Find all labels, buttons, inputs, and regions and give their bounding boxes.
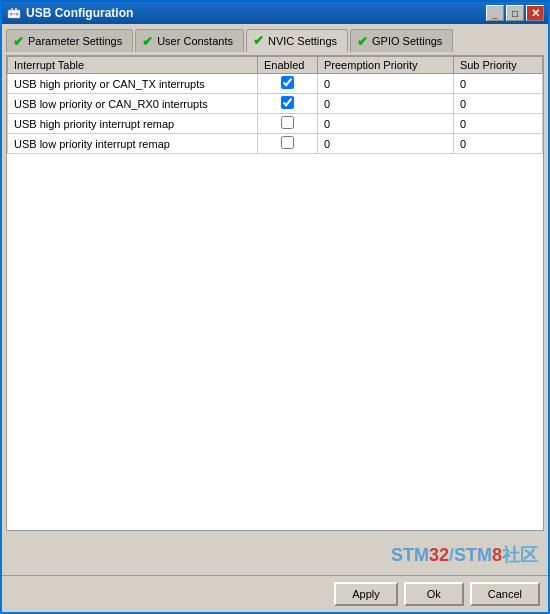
gpio-check-icon: ✔ xyxy=(357,34,368,49)
watermark-area: STM32/STM8社区 xyxy=(2,535,548,575)
tab-user-label: User Constants xyxy=(157,35,233,47)
interrupt-name-2: USB high priority interrupt remap xyxy=(8,114,258,134)
svg-rect-2 xyxy=(15,8,17,11)
param-check-icon: ✔ xyxy=(13,34,24,49)
tab-nvic[interactable]: ✔NVIC Settings xyxy=(246,29,348,52)
tab-gpio-label: GPIO Settings xyxy=(372,35,442,47)
window: USB Configuration _ □ ✕ ✔Parameter Setti… xyxy=(0,0,550,614)
enabled-cell-3 xyxy=(258,134,318,154)
tab-nvic-label: NVIC Settings xyxy=(268,35,337,47)
cancel-button[interactable]: Cancel xyxy=(470,582,540,606)
user-check-icon: ✔ xyxy=(142,34,153,49)
button-bar: Apply Ok Cancel xyxy=(2,575,548,612)
window-icon xyxy=(6,5,22,21)
maximize-button[interactable]: □ xyxy=(506,5,524,21)
table-row: USB low priority or CAN_RX0 interrupts00 xyxy=(8,94,543,114)
enabled-checkbox-1[interactable] xyxy=(281,96,294,109)
interrupt-table-container: Interrupt TableEnabledPreemption Priorit… xyxy=(6,55,544,531)
ok-button[interactable]: Ok xyxy=(404,582,464,606)
tabs-area: ✔Parameter Settings✔User Constants✔NVIC … xyxy=(2,24,548,51)
interrupt-name-1: USB low priority or CAN_RX0 interrupts xyxy=(8,94,258,114)
sub-priority-0: 0 xyxy=(453,74,542,94)
table-header-row: Interrupt TableEnabledPreemption Priorit… xyxy=(8,57,543,74)
enabled-cell-1 xyxy=(258,94,318,114)
preemption-1: 0 xyxy=(318,94,454,114)
watermark-32: 32 xyxy=(429,545,449,565)
sub-priority-1: 0 xyxy=(453,94,542,114)
sub-priority-3: 0 xyxy=(453,134,542,154)
tab-gpio[interactable]: ✔GPIO Settings xyxy=(350,29,453,52)
enabled-cell-2 xyxy=(258,114,318,134)
close-button[interactable]: ✕ xyxy=(526,5,544,21)
watermark: STM32/STM8社区 xyxy=(391,543,538,567)
interrupt-table: Interrupt TableEnabledPreemption Priorit… xyxy=(7,56,543,154)
col-header-3: Sub Priority xyxy=(453,57,542,74)
watermark-stm32: STM xyxy=(391,545,429,565)
table-row: USB high priority interrupt remap00 xyxy=(8,114,543,134)
content-area: Interrupt TableEnabledPreemption Priorit… xyxy=(2,51,548,535)
tab-user[interactable]: ✔User Constants xyxy=(135,29,244,52)
preemption-0: 0 xyxy=(318,74,454,94)
title-bar-buttons: _ □ ✕ xyxy=(486,5,544,21)
table-row: USB high priority or CAN_TX interrupts00 xyxy=(8,74,543,94)
col-header-2: Preemption Priority xyxy=(318,57,454,74)
enabled-checkbox-2[interactable] xyxy=(281,116,294,129)
preemption-2: 0 xyxy=(318,114,454,134)
window-title: USB Configuration xyxy=(26,6,486,20)
sub-priority-2: 0 xyxy=(453,114,542,134)
tab-param-label: Parameter Settings xyxy=(28,35,122,47)
nvic-check-icon: ✔ xyxy=(253,33,264,48)
interrupt-name-3: USB low priority interrupt remap xyxy=(8,134,258,154)
col-header-1: Enabled xyxy=(258,57,318,74)
preemption-3: 0 xyxy=(318,134,454,154)
col-header-0: Interrupt Table xyxy=(8,57,258,74)
enabled-checkbox-0[interactable] xyxy=(281,76,294,89)
minimize-button[interactable]: _ xyxy=(486,5,504,21)
svg-rect-1 xyxy=(11,8,13,11)
apply-button[interactable]: Apply xyxy=(334,582,398,606)
interrupt-name-0: USB high priority or CAN_TX interrupts xyxy=(8,74,258,94)
enabled-cell-0 xyxy=(258,74,318,94)
svg-rect-5 xyxy=(10,14,18,15)
tab-param[interactable]: ✔Parameter Settings xyxy=(6,29,133,52)
enabled-checkbox-3[interactable] xyxy=(281,136,294,149)
title-bar: USB Configuration _ □ ✕ xyxy=(2,2,548,24)
table-row: USB low priority interrupt remap00 xyxy=(8,134,543,154)
